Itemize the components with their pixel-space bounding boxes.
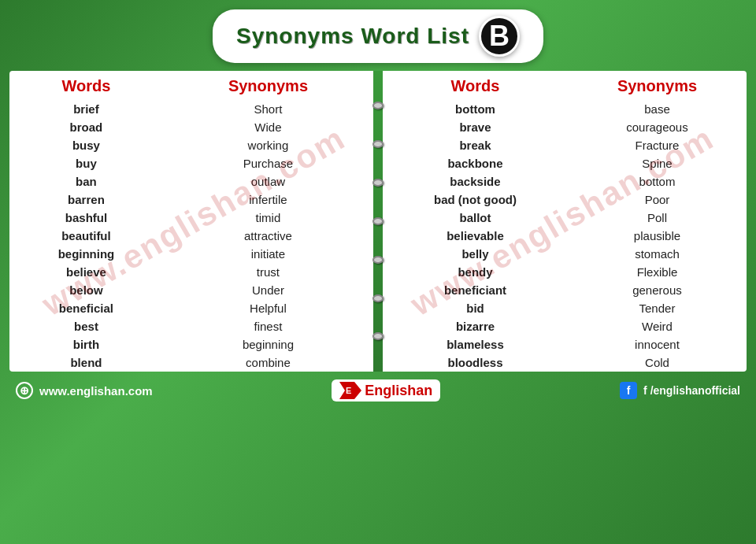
table-row: backside bottom <box>383 172 747 191</box>
left-words-header: Words <box>9 71 163 100</box>
table-row: believe trust <box>9 263 373 281</box>
table-row: bizarre Weird <box>383 317 747 335</box>
word-cell: bloodless <box>383 353 568 372</box>
table-row: bloodless Cold <box>383 353 747 372</box>
page-title: Synonyms Word List <box>236 24 469 49</box>
synonym-cell: working <box>163 136 373 154</box>
word-cell: best <box>9 317 163 335</box>
word-cell: buy <box>9 154 163 172</box>
table-row: beautiful attractive <box>9 227 373 245</box>
word-cell: bottom <box>383 100 568 118</box>
table-row: beneficiant generous <box>383 281 747 299</box>
word-cell: below <box>9 281 163 299</box>
table-row: busy working <box>9 136 373 154</box>
word-cell: belly <box>383 245 568 263</box>
synonym-cell: Under <box>163 281 373 299</box>
header: Synonyms Word List B <box>0 0 756 71</box>
table-row: ballot Poll <box>383 209 747 227</box>
synonym-cell: Short <box>163 100 373 118</box>
synonym-cell: outlaw <box>163 172 373 191</box>
synonym-cell: trust <box>163 263 373 281</box>
table-row: bottom base <box>383 100 747 118</box>
synonym-cell: innocent <box>568 335 747 353</box>
left-synonyms-header: Synonyms <box>163 71 373 100</box>
footer-social: f f /englishanofficial <box>620 382 740 399</box>
word-cell: busy <box>9 136 163 154</box>
table-row: best finest <box>9 317 373 335</box>
table-row: brave courageous <box>383 118 747 136</box>
word-cell: ban <box>9 172 163 191</box>
title-box: Synonyms Word List B <box>213 9 543 63</box>
synonym-cell: timid <box>163 209 373 227</box>
globe-icon: ⊕ <box>16 382 33 399</box>
table-row: blend combine <box>9 353 373 372</box>
synonym-cell: beginning <box>163 335 373 353</box>
word-cell: bad (not good) <box>383 191 568 209</box>
synonym-cell: combine <box>163 353 373 372</box>
word-cell: beneficiant <box>383 281 568 299</box>
word-cell: bizarre <box>383 317 568 335</box>
synonym-cell: stomach <box>568 245 747 263</box>
logo-text-span: Englishan <box>365 383 432 398</box>
table-row: broad Wide <box>9 118 373 136</box>
table-row: brief Short <box>9 100 373 118</box>
word-cell: beginning <box>9 245 163 263</box>
table-row: bendy Flexible <box>383 263 747 281</box>
ring-5 <box>372 256 384 264</box>
ring-1 <box>372 102 384 109</box>
table-row: birth beginning <box>9 335 373 353</box>
word-cell: broad <box>9 118 163 136</box>
synonym-cell: generous <box>568 281 747 299</box>
word-cell: blend <box>9 353 163 372</box>
ring-3 <box>372 179 384 187</box>
word-cell: bashful <box>9 209 163 227</box>
synonym-cell: Tender <box>568 299 747 317</box>
word-cell: believable <box>383 227 568 245</box>
word-cell: believe <box>9 263 163 281</box>
table-row: ban outlaw <box>9 172 373 191</box>
synonym-cell: Wide <box>163 118 373 136</box>
word-cell: beneficial <box>9 299 163 317</box>
word-cell: birth <box>9 335 163 353</box>
ring-4 <box>372 217 384 225</box>
footer: ⊕ www.englishan.com E Englishan f f /eng… <box>0 375 756 406</box>
synonym-cell: Weird <box>568 317 747 335</box>
word-cell: blameless <box>383 335 568 353</box>
word-cell: bid <box>383 299 568 317</box>
table-row: belly stomach <box>383 245 747 263</box>
left-table-container: Words Synonyms brief Short broad Wide bu… <box>9 71 373 372</box>
synonym-cell: courageous <box>568 118 747 136</box>
logo-text: Englishan <box>365 383 432 399</box>
footer-website: ⊕ www.englishan.com <box>16 382 153 399</box>
word-cell: beautiful <box>9 227 163 245</box>
table-row: bashful timid <box>9 209 373 227</box>
synonym-cell: initiate <box>163 245 373 263</box>
word-cell: barren <box>9 191 163 209</box>
right-table-container: Words Synonyms bottom base brave courage… <box>383 71 747 372</box>
synonym-cell: Poll <box>568 209 747 227</box>
synonym-cell: Fracture <box>568 136 747 154</box>
right-words-header: Words <box>383 71 568 100</box>
facebook-icon: f <box>620 382 637 399</box>
table-row: beneficial Helpful <box>9 299 373 317</box>
right-synonyms-header: Synonyms <box>568 71 747 100</box>
synonym-cell: plausible <box>568 227 747 245</box>
word-cell: brief <box>9 100 163 118</box>
table-row: buy Purchase <box>9 154 373 172</box>
table-row: beginning initiate <box>9 245 373 263</box>
left-table: Words Synonyms brief Short broad Wide bu… <box>9 71 373 372</box>
table-row: break Fracture <box>383 136 747 154</box>
footer-logo-area: E Englishan <box>332 379 440 402</box>
page-divider <box>373 71 383 372</box>
synonym-cell: infertile <box>163 191 373 209</box>
word-cell: bendy <box>383 263 568 281</box>
word-cell: backside <box>383 172 568 191</box>
website-url: www.englishan.com <box>39 384 153 398</box>
synonym-cell: Helpful <box>163 299 373 317</box>
englishan-logo: E Englishan <box>332 379 440 402</box>
table-row: below Under <box>9 281 373 299</box>
synonym-cell: attractive <box>163 227 373 245</box>
synonym-cell: Flexible <box>568 263 747 281</box>
synonym-cell: Cold <box>568 353 747 372</box>
word-cell: brave <box>383 118 568 136</box>
